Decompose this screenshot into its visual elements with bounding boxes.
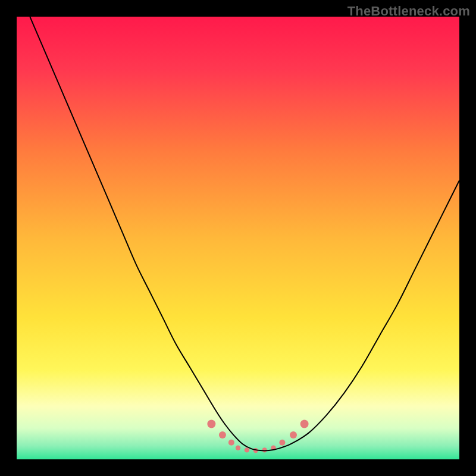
plot-area	[17, 17, 459, 459]
bead	[245, 447, 249, 452]
bead	[228, 440, 234, 446]
curve-layer	[17, 17, 459, 459]
bottleneck-curve	[30, 17, 459, 450]
bead	[207, 419, 215, 428]
bead	[290, 431, 297, 439]
bead	[262, 447, 267, 452]
watermark-text: TheBottleneck.com	[347, 4, 470, 19]
bead	[300, 419, 309, 428]
bead	[219, 431, 226, 439]
bead	[279, 440, 285, 446]
bottom-beads	[207, 419, 308, 453]
chart-frame: TheBottleneck.com	[0, 0, 476, 476]
bead	[236, 445, 240, 450]
